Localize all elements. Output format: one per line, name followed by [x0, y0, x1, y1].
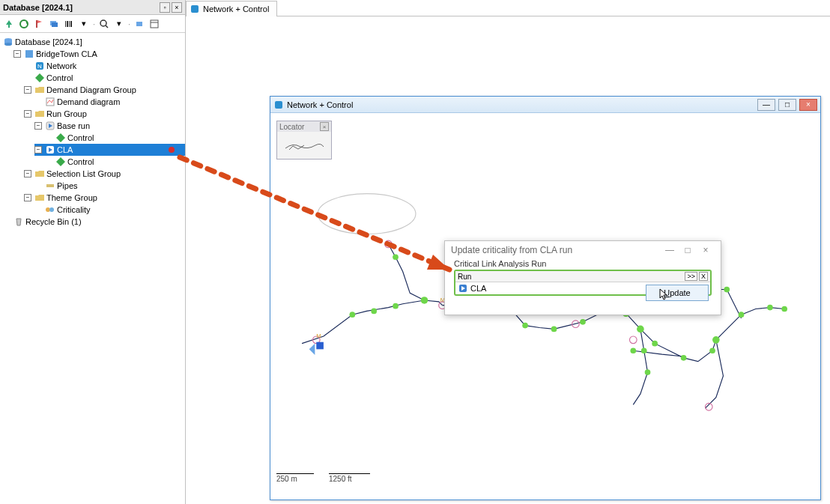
tree-demand-group-label: Demand Diagram Group [46, 85, 136, 94]
svg-rect-5 [67, 21, 68, 27]
scale-imperial: 1250 ft [329, 473, 370, 483]
toolbar-dropdown-icon[interactable]: ▾ [78, 18, 90, 30]
locator-header: Locator × [277, 121, 331, 132]
collapse-toggle[interactable]: − [34, 146, 42, 154]
tree-project-label: BridgeTown CLA [36, 49, 97, 58]
svg-rect-61 [316, 342, 324, 350]
tree-root-label: Database [2024.1] [15, 37, 82, 46]
dialog-group-label: Critical Link Analysis Run [454, 259, 712, 268]
svg-point-8 [100, 20, 106, 26]
tree-demand-group[interactable]: −Demand Diagram Group [24, 84, 185, 96]
collapse-toggle[interactable]: − [34, 122, 42, 130]
tree-project[interactable]: − BridgeTown CLA [13, 48, 185, 60]
panel-close-button[interactable]: × [172, 2, 182, 13]
svg-rect-3 [52, 22, 58, 27]
toolbar-flag-icon[interactable] [33, 18, 45, 30]
svg-marker-62 [309, 344, 315, 355]
collapse-toggle[interactable]: − [24, 170, 31, 177]
pipes-icon [45, 180, 55, 191]
dialog-minimize-button[interactable]: — [661, 245, 679, 255]
svg-point-57 [629, 336, 637, 344]
tree-base-run[interactable]: −Base run [34, 120, 185, 132]
collapse-toggle[interactable]: − [24, 110, 31, 118]
locator-close-button[interactable]: × [320, 122, 329, 131]
tree-run-group[interactable]: −Run Group [24, 108, 185, 120]
tree-demand-diagram[interactable]: Demand diagram [34, 96, 185, 108]
network-icon [190, 4, 200, 14]
svg-rect-16 [25, 50, 33, 58]
svg-rect-25 [191, 5, 199, 13]
tree-demand-diagram-label: Demand diagram [57, 97, 120, 106]
svg-line-9 [106, 25, 108, 28]
network-canvas[interactable]: M M Locator × 250 m 1250 ft [270, 113, 820, 486]
tree-selection-group-label: Selection List Group [46, 169, 121, 178]
dialog-close-button[interactable]: × [697, 245, 715, 255]
locator-panel[interactable]: Locator × [276, 121, 332, 160]
svg-point-28 [350, 312, 356, 318]
collapse-toggle[interactable]: − [24, 86, 31, 94]
toolbar-barcode-icon[interactable] [63, 18, 75, 30]
tree-criticality[interactable]: Criticality [34, 204, 185, 216]
toolbar-dropdown2-icon[interactable]: ▾ [113, 18, 125, 30]
tree-control2[interactable]: Control [45, 132, 185, 144]
svg-point-39 [637, 326, 644, 333]
collapse-toggle[interactable]: − [24, 194, 31, 201]
run-icon [45, 145, 55, 155]
svg-rect-6 [69, 21, 70, 27]
window-close-button[interactable]: × [799, 99, 817, 111]
tree-recycle[interactable]: Recycle Bin (1) [13, 216, 185, 228]
tree-pipes[interactable]: Pipes [34, 180, 185, 192]
tree-cla-label: CLA [57, 145, 73, 154]
svg-point-42 [709, 347, 715, 353]
tree-cla[interactable]: − CLA [34, 144, 185, 156]
cursor-icon [659, 288, 670, 302]
diagram-icon [45, 97, 55, 107]
scale-metric: 250 m [276, 473, 314, 483]
folder-icon [34, 168, 45, 179]
tree-network[interactable]: NNetwork [24, 60, 185, 72]
toolbar-window-icon[interactable] [148, 18, 160, 30]
dialog-maximize-button[interactable]: □ [679, 245, 697, 255]
theme-icon [45, 204, 55, 215]
tree-theme-group[interactable]: −Theme Group [24, 192, 185, 204]
window-titlebar[interactable]: Network + Control — □ × [270, 97, 820, 113]
toolbar-layers-icon[interactable] [48, 18, 60, 30]
locator-title: Locator [279, 123, 304, 131]
tree-run-group-label: Run Group [46, 109, 87, 118]
tree-control1[interactable]: Control [24, 72, 185, 84]
tree-pipes-label: Pipes [57, 181, 78, 190]
toolbar-layers2-icon[interactable] [133, 18, 145, 30]
database-tree: Database [2024.1] − BridgeTown CLA NNetw… [0, 33, 185, 228]
toolbar-search-icon[interactable] [98, 18, 110, 30]
svg-rect-10 [136, 22, 142, 26]
run-box-expand-button[interactable]: >> [685, 272, 697, 281]
scale-bar: 250 m 1250 ft [276, 473, 370, 483]
main-tab-network-control[interactable]: Network + Control [186, 1, 277, 16]
dialog-titlebar[interactable]: Update criticality from CLA run — □ × [445, 241, 721, 259]
control-icon [55, 157, 66, 167]
tree-control1-label: Control [46, 73, 73, 82]
svg-rect-26 [275, 101, 282, 109]
svg-text:N: N [37, 63, 42, 70]
svg-point-60 [385, 240, 393, 248]
update-button[interactable]: Update [646, 285, 709, 301]
toolbar-refresh-icon[interactable] [18, 18, 30, 30]
dialog-title-text: Update criticality from CLA run [451, 245, 572, 255]
collapse-toggle[interactable]: − [13, 50, 21, 58]
update-criticality-dialog: Update criticality from CLA run — □ × Cr… [444, 240, 721, 315]
tree-selection-group[interactable]: −Selection List Group [24, 168, 185, 180]
folder-icon [34, 192, 45, 203]
window-minimize-button[interactable]: — [757, 99, 775, 111]
svg-rect-4 [65, 21, 66, 27]
window-maximize-button[interactable]: □ [778, 99, 796, 111]
tree-root[interactable]: Database [2024.1] [3, 36, 185, 48]
database-panel: Database [2024.1] ▫ × ▾ · ▾ · Database [… [0, 0, 186, 504]
svg-point-24 [49, 207, 54, 212]
run-box-clear-button[interactable]: X [699, 272, 708, 281]
tree-control3[interactable]: Control [45, 156, 185, 168]
locator-thumbnail[interactable] [277, 132, 331, 159]
svg-rect-22 [46, 184, 54, 187]
panel-pin-button[interactable]: ▫ [160, 2, 170, 13]
tree-control3-label: Control [67, 157, 94, 166]
toolbar-up-icon[interactable] [3, 18, 15, 30]
